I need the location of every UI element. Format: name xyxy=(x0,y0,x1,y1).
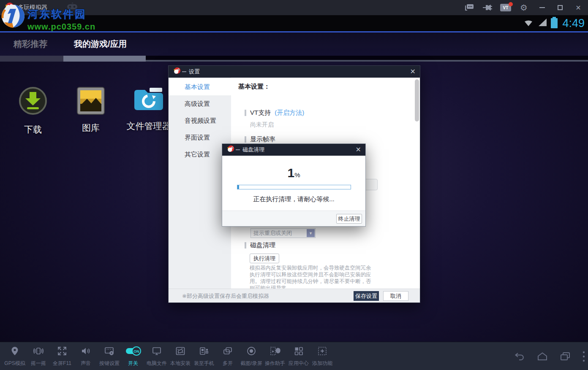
settings-footer: ※部分高级设置保存后会重启模拟器 保存设置 取消 xyxy=(169,289,420,302)
app-icon-file-manager[interactable]: 文件管理器 xyxy=(123,87,174,132)
dropdown-value: 提示重启或关闭 xyxy=(251,230,307,237)
local-install-icon xyxy=(175,346,186,358)
vt-support-label: VT支持 xyxy=(250,109,271,117)
section-marker xyxy=(245,110,246,116)
cleanup-dialog-title: 磁盘清理 xyxy=(242,146,264,154)
app-center-icon xyxy=(293,346,304,358)
signal-icon xyxy=(538,17,548,29)
cleanup-close-icon[interactable]: ✕ xyxy=(356,146,361,153)
tool-multi-instance[interactable]: 多开 xyxy=(216,342,240,370)
section-marker xyxy=(245,136,246,143)
emulator-window: 多玩模拟器 xyxy=(0,0,588,370)
tabbar: 精彩推荐 我的游戏/应用 xyxy=(0,32,588,56)
monitor-icon xyxy=(151,346,162,358)
vt-status-icon[interactable]: VT xyxy=(500,3,511,12)
footer-note: ※部分高级设置保存后会重启模拟器 xyxy=(182,289,269,303)
settings-gear-icon[interactable]: ⚙ xyxy=(518,3,529,12)
gps-pin-icon xyxy=(9,346,20,358)
window-title: 多玩模拟器 xyxy=(18,4,47,11)
app-icon-download[interactable]: 下载 xyxy=(8,86,58,135)
sidebar-item-av[interactable]: 音视频设置 xyxy=(169,112,231,129)
chevron-down-icon[interactable]: ▼ xyxy=(307,229,315,237)
cleanup-progress-fill xyxy=(237,185,239,189)
home-icon[interactable] xyxy=(536,351,548,362)
tab-indicator-active xyxy=(63,56,146,62)
feedback-icon[interactable] xyxy=(464,3,475,12)
fps-row: 显示帧率 xyxy=(245,135,275,143)
tool-pc-files[interactable]: 电脑文件 xyxy=(145,342,169,370)
wifi-icon xyxy=(522,17,535,29)
vt-howto-link[interactable]: (开启方法) xyxy=(275,109,304,117)
app-icon-gallery[interactable]: 图库 xyxy=(65,87,116,134)
tool-local-install[interactable]: 本地安装 xyxy=(169,342,192,370)
logo-dash xyxy=(182,71,186,72)
cleanup-progressbar xyxy=(237,185,351,189)
disk-clean-label: 磁盘清理 xyxy=(250,241,275,249)
restart-behavior-dropdown[interactable]: 提示重启或关闭 ▼ xyxy=(250,228,316,238)
gallery-app-icon xyxy=(77,87,105,116)
app-logo-bird-icon xyxy=(4,2,14,14)
minimize-button[interactable] xyxy=(536,3,547,12)
recents-icon[interactable] xyxy=(559,351,571,362)
tool-fullscreen[interactable]: 全屏F11 xyxy=(50,342,74,370)
tool-install-to-phone[interactable]: 装至手机 xyxy=(192,342,216,370)
back-icon[interactable] xyxy=(514,351,525,362)
install-to-phone-icon xyxy=(199,346,210,358)
svg-text:ON: ON xyxy=(133,349,139,354)
settings-close-icon[interactable]: ✕ xyxy=(410,68,416,75)
cleanup-dialog-titlebar: 磁盘清理 ✕ xyxy=(222,144,365,156)
sidebar-item-advanced[interactable]: 高级设置 xyxy=(169,95,231,112)
menu-dots-icon[interactable] xyxy=(582,350,585,363)
vt-status-text: 尚未开启 xyxy=(250,121,274,129)
android-statusbar: 4:49 xyxy=(0,15,588,31)
tool-shake[interactable]: 摇一摇 xyxy=(27,342,50,370)
bottom-toolbar: GPS模拟 摇一摇 全屏F11 声音 按键设置 ON 开关 电脑文件 本地安装 xyxy=(0,342,588,370)
add-feature-icon xyxy=(317,346,328,358)
tool-sound[interactable]: 声音 xyxy=(74,342,98,370)
shake-icon xyxy=(33,346,44,358)
fps-label: 显示帧率 xyxy=(250,135,275,143)
tool-toggle[interactable]: ON 开关 xyxy=(121,342,145,370)
dialog-bird-icon xyxy=(173,67,181,77)
titlebar: 多玩模拟器 xyxy=(0,0,588,15)
fullscreen-icon xyxy=(57,346,68,358)
multi-window-icon xyxy=(222,346,233,358)
cleanup-footer: 终止清理 xyxy=(222,211,365,226)
tab-featured[interactable]: 精彩推荐 xyxy=(14,32,47,56)
record-icon xyxy=(246,346,257,358)
tool-add-feature[interactable]: 添加功能 xyxy=(310,342,334,370)
maximize-button[interactable] xyxy=(555,3,566,12)
tool-assistant[interactable]: 操作助手 xyxy=(263,342,287,370)
settings-scrollbar[interactable] xyxy=(415,79,419,122)
disk-cleanup-dialog: 磁盘清理 ✕ 1% 正在执行清理，请耐心等候... 终止清理 xyxy=(222,143,366,227)
progress-percent: 1% xyxy=(222,166,365,180)
speaker-icon xyxy=(80,346,91,358)
tool-gps[interactable]: GPS模拟 xyxy=(3,342,27,370)
settings-dialog-title: 设置 xyxy=(189,68,200,76)
tab-my-games[interactable]: 我的游戏/应用 xyxy=(74,32,127,56)
battery-icon xyxy=(551,18,558,28)
tool-app-center[interactable]: 应用中心 xyxy=(287,342,310,370)
download-app-icon xyxy=(18,86,48,118)
section-marker xyxy=(245,242,246,248)
app-label: 文件管理器 xyxy=(127,120,171,132)
vt-support-row: VT支持 (开启方法) xyxy=(245,109,304,117)
file-manager-app-icon xyxy=(133,87,165,115)
run-clean-button[interactable]: 执行清理 xyxy=(250,254,279,263)
save-settings-button[interactable]: 保存设置 xyxy=(354,291,379,301)
clock: 4:49 xyxy=(562,17,585,30)
tool-keymap[interactable]: 按键设置 xyxy=(98,342,121,370)
vt-alert-dot xyxy=(509,2,513,6)
tab-indicator-inactive xyxy=(0,56,63,62)
gamepad-icon xyxy=(67,3,78,13)
tool-record[interactable]: 截图/录屏 xyxy=(240,342,263,370)
sidebar-item-basic[interactable]: 基本设置 xyxy=(169,78,231,95)
cancel-button[interactable]: 取消 xyxy=(383,291,408,301)
stop-clean-button[interactable]: 终止清理 xyxy=(336,214,362,224)
app-label: 图库 xyxy=(82,122,100,134)
close-window-button[interactable]: ✕ xyxy=(573,3,584,12)
app-label: 下载 xyxy=(24,124,42,135)
settings-dialog-titlebar: 设置 ✕ xyxy=(169,66,420,78)
pin-icon[interactable] xyxy=(482,3,493,12)
content-heading: 基本设置： xyxy=(238,83,270,91)
